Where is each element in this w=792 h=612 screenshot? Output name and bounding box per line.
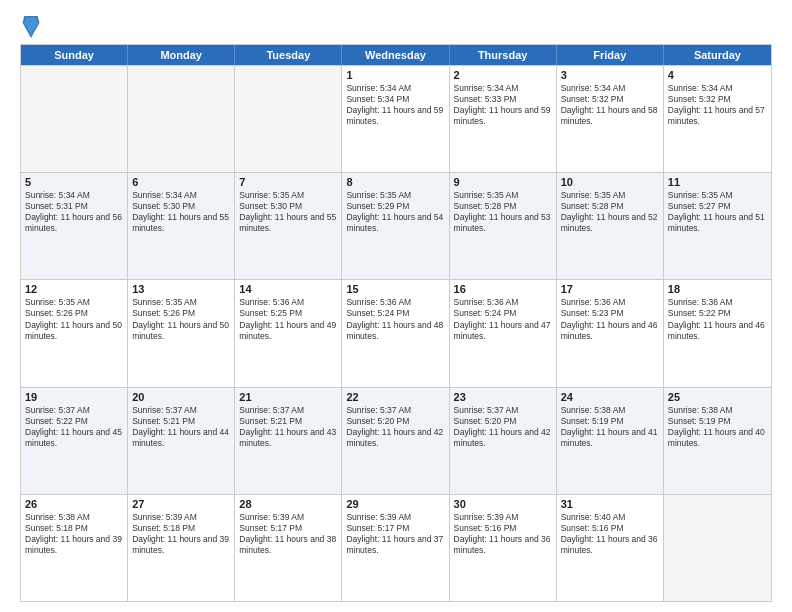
calendar-cell-1-5: 2Sunrise: 5:34 AMSunset: 5:33 PMDaylight… [450,66,557,172]
weekday-header-wednesday: Wednesday [342,45,449,65]
sunrise-text: Sunrise: 5:34 AM [668,83,767,94]
daylight-text: Daylight: 11 hours and 45 minutes. [25,427,123,449]
calendar-cell-1-2 [128,66,235,172]
day-number: 22 [346,391,444,403]
day-number: 6 [132,176,230,188]
day-number: 29 [346,498,444,510]
calendar-cell-2-1: 5Sunrise: 5:34 AMSunset: 5:31 PMDaylight… [21,173,128,279]
day-number: 19 [25,391,123,403]
calendar-row-4: 19Sunrise: 5:37 AMSunset: 5:22 PMDayligh… [21,387,771,494]
sunrise-text: Sunrise: 5:36 AM [561,297,659,308]
sunrise-text: Sunrise: 5:36 AM [668,297,767,308]
sunrise-text: Sunrise: 5:39 AM [239,512,337,523]
day-number: 30 [454,498,552,510]
sunset-text: Sunset: 5:32 PM [668,94,767,105]
day-number: 17 [561,283,659,295]
daylight-text: Daylight: 11 hours and 57 minutes. [668,105,767,127]
day-number: 13 [132,283,230,295]
day-number: 15 [346,283,444,295]
day-number: 3 [561,69,659,81]
sunset-text: Sunset: 5:28 PM [454,201,552,212]
sunrise-text: Sunrise: 5:38 AM [668,405,767,416]
day-number: 18 [668,283,767,295]
daylight-text: Daylight: 11 hours and 51 minutes. [668,212,767,234]
sunset-text: Sunset: 5:22 PM [668,308,767,319]
day-number: 11 [668,176,767,188]
sunset-text: Sunset: 5:18 PM [132,523,230,534]
calendar-cell-3-5: 16Sunrise: 5:36 AMSunset: 5:24 PMDayligh… [450,280,557,386]
calendar-header: SundayMondayTuesdayWednesdayThursdayFrid… [21,45,771,65]
calendar-cell-4-2: 20Sunrise: 5:37 AMSunset: 5:21 PMDayligh… [128,388,235,494]
daylight-text: Daylight: 11 hours and 59 minutes. [454,105,552,127]
sunrise-text: Sunrise: 5:37 AM [346,405,444,416]
daylight-text: Daylight: 11 hours and 39 minutes. [25,534,123,556]
calendar-row-2: 5Sunrise: 5:34 AMSunset: 5:31 PMDaylight… [21,172,771,279]
sunset-text: Sunset: 5:23 PM [561,308,659,319]
calendar-cell-2-5: 9Sunrise: 5:35 AMSunset: 5:28 PMDaylight… [450,173,557,279]
day-number: 20 [132,391,230,403]
calendar-cell-2-4: 8Sunrise: 5:35 AMSunset: 5:29 PMDaylight… [342,173,449,279]
weekday-header-tuesday: Tuesday [235,45,342,65]
day-number: 7 [239,176,337,188]
day-number: 10 [561,176,659,188]
logo [20,16,46,38]
day-number: 12 [25,283,123,295]
daylight-text: Daylight: 11 hours and 46 minutes. [561,320,659,342]
daylight-text: Daylight: 11 hours and 58 minutes. [561,105,659,127]
daylight-text: Daylight: 11 hours and 41 minutes. [561,427,659,449]
calendar-cell-4-3: 21Sunrise: 5:37 AMSunset: 5:21 PMDayligh… [235,388,342,494]
calendar-cell-4-5: 23Sunrise: 5:37 AMSunset: 5:20 PMDayligh… [450,388,557,494]
calendar-cell-3-3: 14Sunrise: 5:36 AMSunset: 5:25 PMDayligh… [235,280,342,386]
calendar-cell-4-6: 24Sunrise: 5:38 AMSunset: 5:19 PMDayligh… [557,388,664,494]
day-number: 25 [668,391,767,403]
sunset-text: Sunset: 5:34 PM [346,94,444,105]
sunset-text: Sunset: 5:30 PM [239,201,337,212]
day-number: 14 [239,283,337,295]
calendar: SundayMondayTuesdayWednesdayThursdayFrid… [20,44,772,602]
calendar-row-5: 26Sunrise: 5:38 AMSunset: 5:18 PMDayligh… [21,494,771,601]
sunset-text: Sunset: 5:30 PM [132,201,230,212]
calendar-cell-1-1 [21,66,128,172]
sunset-text: Sunset: 5:21 PM [132,416,230,427]
sunrise-text: Sunrise: 5:36 AM [346,297,444,308]
daylight-text: Daylight: 11 hours and 47 minutes. [454,320,552,342]
daylight-text: Daylight: 11 hours and 42 minutes. [454,427,552,449]
daylight-text: Daylight: 11 hours and 55 minutes. [239,212,337,234]
calendar-cell-3-6: 17Sunrise: 5:36 AMSunset: 5:23 PMDayligh… [557,280,664,386]
sunset-text: Sunset: 5:16 PM [454,523,552,534]
weekday-header-saturday: Saturday [664,45,771,65]
calendar-cell-3-1: 12Sunrise: 5:35 AMSunset: 5:26 PMDayligh… [21,280,128,386]
calendar-cell-5-6: 31Sunrise: 5:40 AMSunset: 5:16 PMDayligh… [557,495,664,601]
daylight-text: Daylight: 11 hours and 46 minutes. [668,320,767,342]
day-number: 24 [561,391,659,403]
day-number: 4 [668,69,767,81]
sunset-text: Sunset: 5:26 PM [25,308,123,319]
header [20,16,772,38]
sunset-text: Sunset: 5:20 PM [346,416,444,427]
daylight-text: Daylight: 11 hours and 48 minutes. [346,320,444,342]
sunrise-text: Sunrise: 5:35 AM [25,297,123,308]
calendar-cell-5-7 [664,495,771,601]
daylight-text: Daylight: 11 hours and 50 minutes. [25,320,123,342]
calendar-cell-5-2: 27Sunrise: 5:39 AMSunset: 5:18 PMDayligh… [128,495,235,601]
sunrise-text: Sunrise: 5:37 AM [454,405,552,416]
sunset-text: Sunset: 5:25 PM [239,308,337,319]
calendar-cell-1-6: 3Sunrise: 5:34 AMSunset: 5:32 PMDaylight… [557,66,664,172]
sunrise-text: Sunrise: 5:35 AM [454,190,552,201]
sunrise-text: Sunrise: 5:37 AM [132,405,230,416]
daylight-text: Daylight: 11 hours and 49 minutes. [239,320,337,342]
svg-marker-1 [24,18,38,35]
sunset-text: Sunset: 5:21 PM [239,416,337,427]
sunset-text: Sunset: 5:27 PM [668,201,767,212]
page: SundayMondayTuesdayWednesdayThursdayFrid… [0,0,792,612]
day-number: 23 [454,391,552,403]
daylight-text: Daylight: 11 hours and 50 minutes. [132,320,230,342]
sunrise-text: Sunrise: 5:34 AM [561,83,659,94]
day-number: 1 [346,69,444,81]
daylight-text: Daylight: 11 hours and 39 minutes. [132,534,230,556]
day-number: 21 [239,391,337,403]
daylight-text: Daylight: 11 hours and 52 minutes. [561,212,659,234]
sunrise-text: Sunrise: 5:34 AM [346,83,444,94]
sunrise-text: Sunrise: 5:36 AM [239,297,337,308]
sunset-text: Sunset: 5:28 PM [561,201,659,212]
